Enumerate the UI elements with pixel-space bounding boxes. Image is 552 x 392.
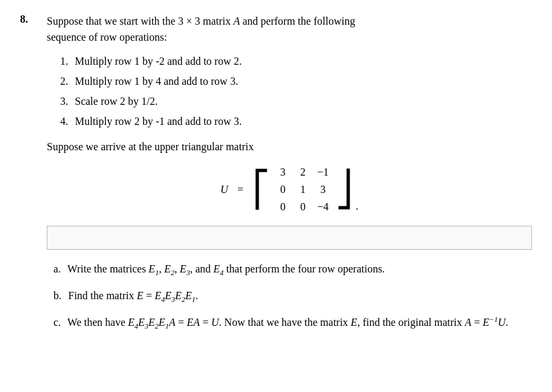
problem-container: 8. Suppose that we start with the 3 × 3 … <box>20 13 532 341</box>
problem-content: Suppose that we start with the 3 × 3 mat… <box>47 13 532 341</box>
intro-line3: sequence of row operations: <box>47 31 167 43</box>
sub-c-ea: EA <box>186 317 200 328</box>
operation-item-1: 1. Multiply row 1 by -2 and add to row 2… <box>60 53 532 69</box>
sub-a-vars: E1, E2, E3, <box>148 263 192 274</box>
sub-b-text-before: Find the matrix <box>68 290 137 301</box>
operation-text-2: Multiply row 1 by 4 and add to row 3. <box>75 75 238 87</box>
operation-text-3: Scale row 2 by 1/2. <box>75 95 158 107</box>
sub-b-full-eq: E4E3E2E1 <box>154 290 195 301</box>
cell-0-2: −1 <box>315 166 331 178</box>
matrix-equals-sign: = <box>235 184 246 196</box>
bracket-left: ⎡ <box>253 172 270 207</box>
sub-c-a-eq: A <box>465 317 472 328</box>
sub-label-c: c. <box>53 317 61 328</box>
operation-item-4: 4. Multiply row 2 by -1 and add to row 3… <box>60 114 532 130</box>
sub-c-text-before: We then have <box>67 317 128 328</box>
cell-1-0: 0 <box>275 184 291 196</box>
sub-c-e-var: E <box>351 317 358 328</box>
operation-text-1: Multiply row 1 by -2 and add to row 2. <box>75 55 242 67</box>
cell-2-2: −4 <box>315 201 331 213</box>
cell-1-2: 3 <box>315 184 331 196</box>
matrix-grid: 3 2 −1 0 1 3 0 0 −4 <box>273 164 333 215</box>
sub-b-text-after: . <box>196 290 198 301</box>
sub-label-a: a. <box>53 263 61 274</box>
bracket-right: ⎦ <box>335 172 353 207</box>
sub-b-eq: E <box>137 290 144 301</box>
sub-question-a: a. Write the matrices E1, E2, E3, and E4… <box>53 260 532 279</box>
matrix-u-label: U <box>221 184 229 196</box>
problem-intro: Suppose that we start with the 3 × 3 mat… <box>47 13 532 45</box>
answer-input-box[interactable] <box>47 226 532 250</box>
operation-item-2: 2. Multiply row 1 by 4 and add to row 3. <box>60 73 532 89</box>
cell-1-1: 1 <box>295 184 311 196</box>
intro-text-before-var: Suppose that we start with the 3 × 3 mat… <box>47 15 233 27</box>
sub-questions: a. Write the matrices E1, E2, E3, and E4… <box>53 260 532 333</box>
sub-c-u: U <box>211 317 219 328</box>
sub-a-text-after: that perform the four row operations. <box>224 263 385 274</box>
cell-2-0: 0 <box>275 201 291 213</box>
problem-number: 8. <box>20 13 40 341</box>
operation-text-4: Multiply row 2 by -1 and add to row 3. <box>75 116 242 127</box>
sub-c-final-eq: E−1U <box>482 317 505 328</box>
cell-0-1: 2 <box>295 166 311 178</box>
sub-c-text-mid: . Now that we have the matrix <box>219 317 351 328</box>
sub-question-c: c. We then have E4E3E2E1A = EA = U. Now … <box>53 314 532 333</box>
sub-a-e4: E4 <box>213 263 223 274</box>
cell-0-0: 3 <box>275 166 291 178</box>
matrix-bracket-container: ⎡ 3 2 −1 0 1 3 0 0 −4 ⎦ <box>253 164 353 215</box>
matrix-period: . <box>356 200 358 215</box>
cell-2-1: 0 <box>295 201 311 213</box>
sub-label-b: b. <box>53 290 61 301</box>
sub-c-eq1: E4E3E2E1A <box>128 317 176 328</box>
sub-question-b: b. Find the matrix E = E4E3E2E1. <box>53 287 532 306</box>
sub-c-text-final: . <box>506 317 509 328</box>
suppose-line: Suppose we arrive at the upper triangula… <box>47 139 532 155</box>
intro-text-after-var: and perform the following <box>240 15 355 27</box>
matrix-var-a: A <box>233 15 240 27</box>
sub-a-text-before: Write the matrices <box>67 263 149 274</box>
sub-c-text-end: , find the original matrix <box>358 317 465 328</box>
matrix-display: U = ⎡ 3 2 −1 0 1 3 0 0 −4 ⎦ . <box>47 164 532 215</box>
operations-list: 1. Multiply row 1 by -2 and add to row 2… <box>60 53 532 130</box>
operation-item-3: 3. Scale row 2 by 1/2. <box>60 93 532 110</box>
